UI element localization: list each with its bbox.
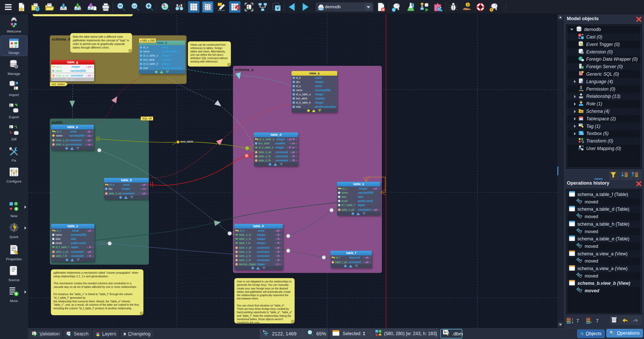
svg-text:REL: REL (579, 97, 583, 98)
svg-text:$: $ (467, 3, 469, 7)
svg-text:1: 1 (582, 37, 583, 39)
svg-text:A: A (579, 34, 580, 37)
svg-text:R=: R= (581, 149, 583, 150)
svg-text:1:1: 1:1 (133, 5, 136, 7)
svg-text:SQL: SQL (579, 73, 583, 75)
svg-text:-: - (124, 334, 124, 335)
svg-text:{ }: { } (580, 79, 584, 81)
svg-text:?: ? (491, 9, 493, 12)
